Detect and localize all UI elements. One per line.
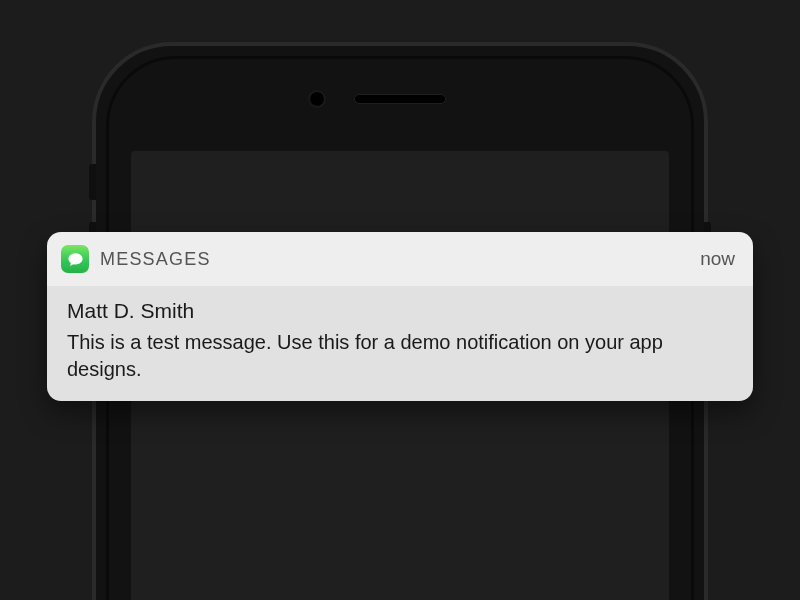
phone-side-button xyxy=(89,164,96,200)
notification-header: MESSAGES now xyxy=(47,232,753,286)
message-text: This is a test message. Use this for a d… xyxy=(67,329,731,383)
speech-bubble-icon xyxy=(67,251,84,268)
sender-name: Matt D. Smith xyxy=(67,299,731,323)
notification-card[interactable]: MESSAGES now Matt D. Smith This is a tes… xyxy=(47,232,753,401)
notification-body: Matt D. Smith This is a test message. Us… xyxy=(47,286,753,401)
timestamp-label: now xyxy=(700,248,735,270)
messages-app-icon xyxy=(61,245,89,273)
phone-speaker xyxy=(354,94,446,104)
app-name-label: MESSAGES xyxy=(100,249,689,270)
phone-camera xyxy=(308,90,326,108)
